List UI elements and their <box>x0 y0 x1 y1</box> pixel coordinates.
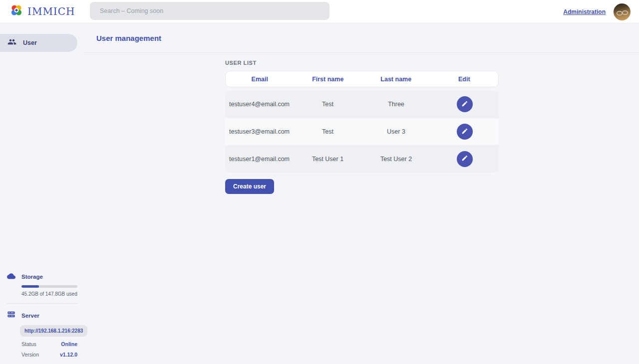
user-last-name: Three <box>362 101 430 108</box>
user-list-label: USER LIST <box>225 60 499 66</box>
sidebar: User Storage 45.2GB of 147.8GB used <box>0 23 85 364</box>
storage-progress-bar <box>21 285 77 288</box>
user-email: testuser3@email.com <box>225 128 294 135</box>
logo-wordmark: IMMICH <box>27 5 75 17</box>
administration-link[interactable]: Administration <box>563 8 606 15</box>
app-header: IMMICH Administration <box>0 0 639 23</box>
users-icon <box>7 37 16 48</box>
edit-user-button[interactable] <box>457 151 473 167</box>
server-title: Server <box>21 313 39 319</box>
column-header-edit: Edit <box>430 76 499 83</box>
table-row: testuser1@email.com Test User 1 Test Use… <box>225 145 499 173</box>
server-url-chip: http://192.168.1.216:2283 <box>20 325 87 337</box>
status-value: Online <box>61 341 77 347</box>
pencil-icon <box>461 155 468 163</box>
sidebar-item-user[interactable]: User <box>0 34 77 52</box>
user-first-name: Test <box>294 101 362 108</box>
edit-user-button[interactable] <box>457 96 473 112</box>
server-version-row: Version v1.12.0 <box>21 352 77 358</box>
server-icon <box>7 310 15 321</box>
main-panel: User management USER LIST Email First na… <box>85 23 639 364</box>
user-table-body: testuser4@email.com Test Three <box>225 91 499 173</box>
sidebar-item-user-label: User <box>23 39 37 46</box>
column-header-email: Email <box>226 76 294 83</box>
user-table-header: Email First name Last name Edit <box>225 71 499 87</box>
table-row: testuser3@email.com Test User 3 <box>225 118 499 146</box>
immich-flower-icon <box>10 4 23 19</box>
edit-user-button[interactable] <box>457 124 473 140</box>
storage-progress-fill <box>21 285 39 288</box>
version-label: Version <box>21 352 39 358</box>
title-bar: User management <box>85 23 639 53</box>
search-input[interactable] <box>90 2 329 20</box>
server-status-row: Status Online <box>21 341 77 347</box>
create-user-button[interactable]: Create user <box>225 179 274 194</box>
sidebar-divider <box>7 303 77 304</box>
avatar[interactable] <box>614 3 631 20</box>
user-email: testuser1@email.com <box>225 156 294 163</box>
status-label: Status <box>21 341 36 347</box>
user-last-name: Test User 2 <box>362 156 430 163</box>
column-header-last-name: Last name <box>362 76 430 83</box>
pencil-icon <box>461 100 468 109</box>
table-row: testuser4@email.com Test Three <box>225 91 499 118</box>
cloud-icon <box>7 272 15 281</box>
storage-title: Storage <box>21 274 43 280</box>
user-email: testuser4@email.com <box>225 101 294 108</box>
pencil-icon <box>461 128 468 136</box>
sidebar-footer: Storage 45.2GB of 147.8GB used <box>0 272 85 364</box>
storage-usage-text: 45.2GB of 147.8GB used <box>21 291 77 297</box>
column-header-first-name: First name <box>294 76 362 83</box>
version-value: v1.12.0 <box>60 352 77 358</box>
user-first-name: Test User 1 <box>294 156 362 163</box>
page-title: User management <box>96 34 161 42</box>
immich-logo: IMMICH <box>0 4 75 19</box>
user-last-name: User 3 <box>362 128 430 135</box>
user-first-name: Test <box>294 128 362 135</box>
